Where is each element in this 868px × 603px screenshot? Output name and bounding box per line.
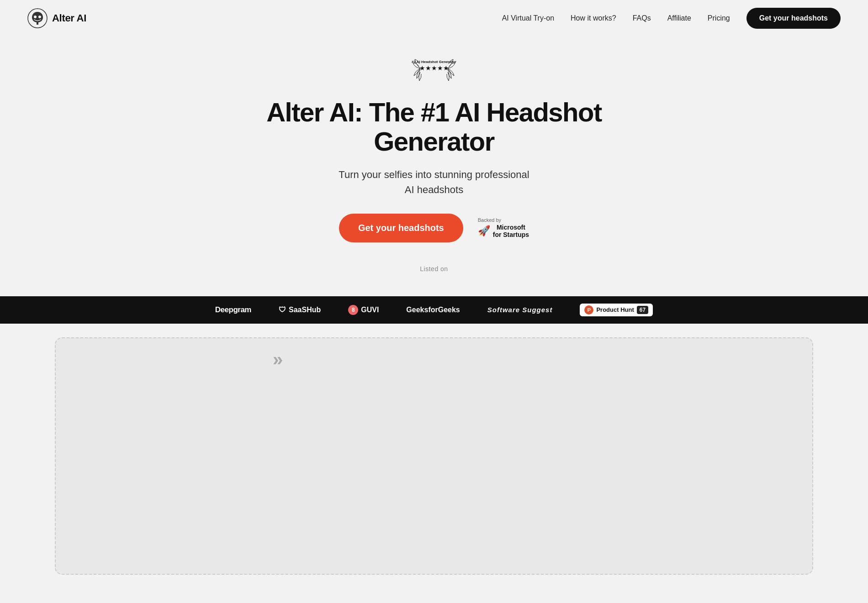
logo-link[interactable]: Alter AI: [27, 8, 86, 28]
ms-logo: 🚀 Microsoft for Startups: [478, 224, 529, 238]
hero-section: #1 AI Headshot Generator ★★★★★ Alter AI:…: [0, 37, 868, 296]
nav-link-how-it-works[interactable]: How it works?: [571, 14, 616, 22]
svg-point-1: [34, 16, 37, 18]
microsoft-badge: Backed by 🚀 Microsoft for Startups: [478, 217, 529, 238]
ph-label: Product Hunt: [596, 306, 634, 313]
navbar: Alter AI AI Virtual Try-on How it works?…: [0, 0, 868, 37]
guvi-label: GUVI: [361, 306, 379, 314]
hero-title: Alter AI: The #1 AI Headshot Generator: [260, 98, 608, 156]
ph-score: 67: [637, 306, 648, 314]
saashub-label: SaaSHub: [289, 306, 321, 314]
partner-deepgram: Deepgram: [215, 305, 251, 315]
ph-badge: P Product Hunt 67: [580, 304, 653, 316]
nav-link-virtual-tryon[interactable]: AI Virtual Try-on: [502, 14, 554, 22]
nav-links: AI Virtual Try-on How it works? FAQs Aff…: [502, 8, 841, 29]
logo-icon: [27, 8, 48, 28]
saashub-icon: 🛡: [279, 306, 286, 314]
nav-link-pricing[interactable]: Pricing: [708, 14, 730, 22]
ss-label: Software Suggest: [487, 306, 553, 314]
logo-text: Alter AI: [52, 12, 86, 24]
listed-on-label: Listed on: [420, 265, 448, 273]
svg-text:#1 AI Headshot Generator: #1 AI Headshot Generator: [412, 60, 456, 64]
photo-grid: » in Linkedin: [55, 337, 813, 575]
guvi-icon: 8: [348, 305, 358, 315]
hero-cta-button[interactable]: Get your headshots: [339, 214, 463, 242]
partner-guvi: 8 GUVI: [348, 305, 379, 315]
rocket-icon: 🚀: [478, 225, 490, 237]
partner-geeksforgeeks: GeeksforGeeks: [406, 306, 460, 314]
nav-link-faqs[interactable]: FAQs: [633, 14, 651, 22]
hero-actions: Get your headshots Backed by 🚀 Microsoft…: [339, 214, 529, 242]
transform-arrow: »: [264, 349, 291, 370]
deepgram-logo: Deepgram: [215, 305, 251, 315]
nav-link-affiliate[interactable]: Affiliate: [667, 14, 691, 22]
gfg-logo: GeeksforGeeks: [406, 306, 460, 314]
hero-subtitle: Turn your selfies into stunning professi…: [339, 167, 529, 197]
partner-product-hunt: P Product Hunt 67: [580, 304, 653, 316]
ms-backed-text: Backed by: [478, 217, 501, 223]
partner-software-suggest: Software Suggest: [487, 306, 553, 314]
award-badge: #1 AI Headshot Generator ★★★★★: [407, 50, 461, 89]
double-chevron-icon: »: [273, 349, 283, 370]
partners-bar: Deepgram 🛡 SaaSHub 8 GUVI GeeksforGeeks …: [0, 296, 868, 324]
partner-saashub: 🛡 SaaSHub: [279, 306, 321, 314]
ph-icon: P: [584, 305, 593, 315]
svg-text:★★★★★: ★★★★★: [419, 64, 449, 72]
nav-cta-button[interactable]: Get your headshots: [746, 8, 841, 29]
svg-point-2: [38, 16, 41, 18]
